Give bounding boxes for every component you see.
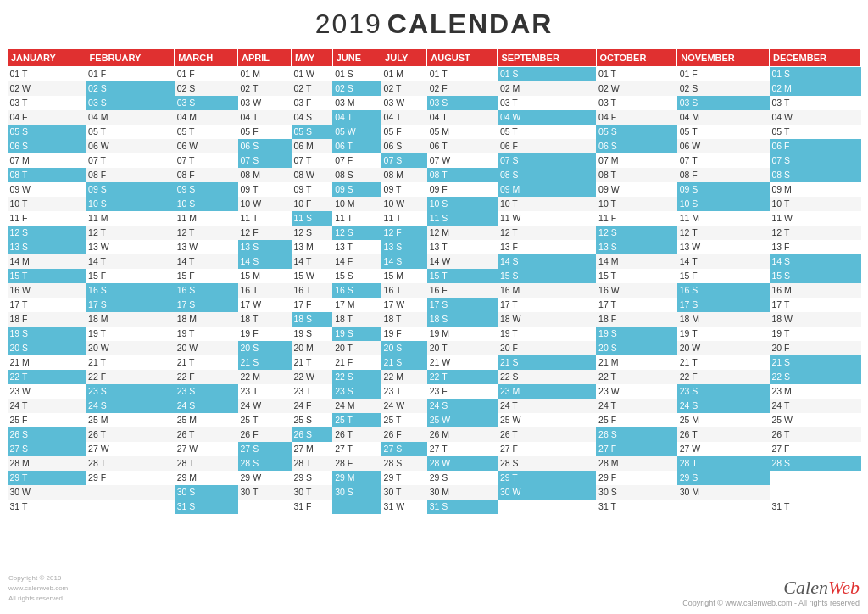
table-cell: 16 S: [175, 283, 238, 298]
header-oct: OCTOBER: [596, 49, 677, 67]
table-cell: 05 T: [498, 125, 596, 139]
table-cell: 25 W: [770, 413, 861, 427]
table-cell: 28 M: [8, 456, 86, 471]
header-may: MAY: [292, 49, 333, 67]
table-cell: 15 T: [427, 269, 498, 283]
table-cell: 15 F: [175, 269, 238, 283]
table-cell: 08 S: [498, 168, 596, 182]
table-cell: 14 S: [381, 254, 427, 269]
table-cell: 16 W: [8, 283, 86, 298]
table-cell: 19 S: [332, 327, 381, 341]
table-cell: 05 M: [427, 125, 498, 139]
table-cell: 16 M: [770, 283, 861, 298]
header-jan: JANUARY: [8, 49, 86, 67]
table-cell: 06 S: [238, 139, 292, 154]
table-cell: 29 F: [86, 471, 175, 485]
table-cell: 11 M: [86, 211, 175, 226]
table-cell: 22 F: [86, 370, 175, 384]
table-cell: [86, 500, 175, 514]
table-cell: 05 T: [86, 125, 175, 139]
table-cell: 07 T: [175, 154, 238, 168]
table-cell: 21 T: [292, 355, 333, 370]
table-cell: 07 T: [86, 154, 175, 168]
table-cell: 26 T: [498, 427, 596, 442]
table-cell: 02 M: [498, 81, 596, 96]
table-cell: 30 W: [8, 485, 86, 500]
table-cell: 20 T: [427, 341, 498, 355]
table-cell: 19 T: [770, 327, 861, 341]
table-cell: 03 T: [498, 96, 596, 110]
table-cell: 05 T: [677, 125, 770, 139]
table-cell: 29 M: [175, 471, 238, 485]
table-cell: 11 W: [770, 211, 861, 226]
table-cell: 26 S: [8, 427, 86, 442]
table-cell: 23 T: [238, 384, 292, 399]
table-cell: 03 F: [292, 96, 333, 110]
table-cell: 10 F: [292, 197, 333, 211]
table-cell: 30 M: [427, 485, 498, 500]
table-cell: 12 S: [596, 226, 677, 240]
table-cell: 04 T: [238, 110, 292, 125]
table-cell: 03 W: [238, 96, 292, 110]
table-cell: 06 W: [86, 139, 175, 154]
table-cell: 14 T: [86, 254, 175, 269]
table-cell: 16 M: [498, 283, 596, 298]
table-cell: [86, 485, 175, 500]
table-cell: 26 S: [596, 427, 677, 442]
table-cell: 01 S: [498, 67, 596, 81]
table-cell: 12 T: [175, 226, 238, 240]
table-cell: 05 T: [770, 125, 861, 139]
table-cell: 28 T: [175, 456, 238, 471]
table-cell: 07 W: [427, 154, 498, 168]
table-cell: 23 S: [332, 384, 381, 399]
table-cell: 03 S: [86, 96, 175, 110]
table-cell: 03 S: [427, 96, 498, 110]
table-cell: 14 F: [332, 254, 381, 269]
table-cell: 01 S: [770, 67, 861, 81]
table-cell: 07 S: [381, 154, 427, 168]
table-cell: 20 T: [332, 341, 381, 355]
table-cell: 25 F: [596, 413, 677, 427]
table-cell: 20 W: [175, 341, 238, 355]
table-cell: 03 S: [175, 96, 238, 110]
table-cell: 21 S: [498, 355, 596, 370]
table-cell: 24 T: [8, 399, 86, 413]
table-cell: 07 M: [596, 154, 677, 168]
table-cell: 18 M: [175, 312, 238, 327]
table-cell: 21 M: [596, 355, 677, 370]
table-cell: 18 M: [86, 312, 175, 327]
table-cell: 05 S: [596, 125, 677, 139]
table-cell: 04 F: [8, 110, 86, 125]
table-cell: 18 S: [427, 312, 498, 327]
header-feb: FEBRUARY: [86, 49, 175, 67]
table-cell: 14 W: [427, 254, 498, 269]
table-cell: 22 M: [238, 370, 292, 384]
table-cell: 20 S: [238, 341, 292, 355]
table-cell: 15 T: [596, 269, 677, 283]
table-cell: 22 F: [677, 370, 770, 384]
table-cell: 29 T: [498, 471, 596, 485]
table-cell: 04 W: [498, 110, 596, 125]
table-cell: 29 F: [596, 471, 677, 485]
table-cell: 18 W: [498, 312, 596, 327]
table-cell: 04 M: [86, 110, 175, 125]
table-cell: 04 T: [332, 110, 381, 125]
table-cell: 06 W: [677, 139, 770, 154]
table-cell: [498, 500, 596, 514]
table-cell: 24 S: [175, 399, 238, 413]
table-cell: 27 W: [677, 442, 770, 456]
table-cell: 04 M: [677, 110, 770, 125]
table-cell: 12 T: [677, 226, 770, 240]
table-cell: 11 F: [8, 211, 86, 226]
table-cell: 25 M: [86, 413, 175, 427]
table-cell: 17 F: [292, 298, 333, 312]
table-cell: 10 T: [596, 197, 677, 211]
table-cell: 09 S: [677, 182, 770, 197]
table-cell: 02 T: [292, 81, 333, 96]
table-cell: 02 W: [596, 81, 677, 96]
table-cell: 19 F: [381, 327, 427, 341]
table-cell: 23 S: [86, 384, 175, 399]
header-aug: AUGUST: [427, 49, 498, 67]
table-cell: 28 S: [498, 456, 596, 471]
header-mar: MARCH: [175, 49, 238, 67]
